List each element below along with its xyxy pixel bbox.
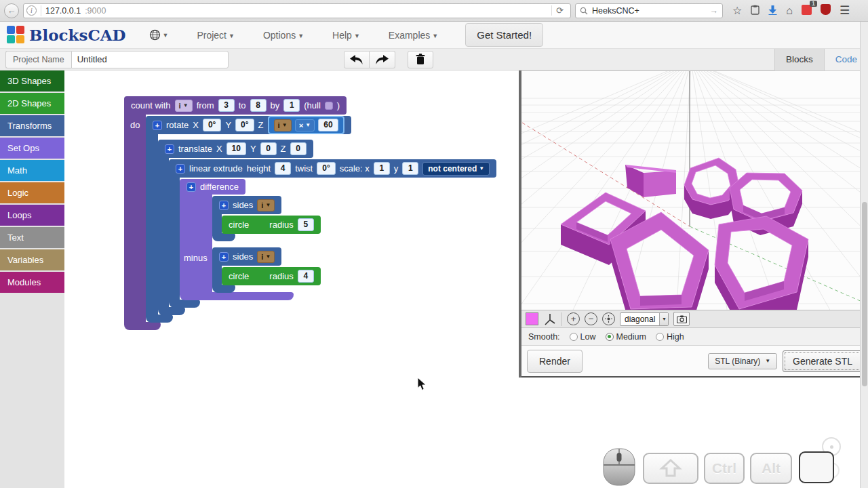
- collapse-plus-icon[interactable]: +: [176, 164, 185, 174]
- block-circle-bottom[interactable]: circle radius 4: [222, 267, 321, 285]
- menu-hamburger-icon[interactable]: ☰: [840, 5, 850, 16]
- camera-view-select[interactable]: diagonal ▼: [620, 312, 669, 326]
- chevron-down-icon: ▼: [183, 100, 189, 111]
- site-info-icon[interactable]: i: [26, 5, 37, 16]
- sidebar-item-math[interactable]: Math: [0, 160, 64, 181]
- redo-button[interactable]: [370, 51, 395, 68]
- circle-radius-field[interactable]: 4: [298, 270, 314, 283]
- zoom-reset-button[interactable]: [602, 312, 615, 325]
- sidebar-item-modules[interactable]: Modules: [0, 272, 64, 293]
- smooth-radio-high[interactable]: High: [656, 332, 684, 342]
- search-go-icon[interactable]: →: [710, 6, 719, 16]
- back-button[interactable]: ←: [4, 3, 19, 18]
- target-icon: [605, 315, 612, 323]
- get-started-button[interactable]: Get Started!: [465, 23, 543, 47]
- blockscad-logo[interactable]: BlocksCAD: [7, 26, 126, 44]
- block-linear-extrude[interactable]: + linear extrude height 4 twist 0° scale…: [169, 159, 496, 308]
- block-difference[interactable]: + difference: [180, 179, 496, 300]
- block-sides-top[interactable]: + sides i▼ circle: [212, 196, 496, 241]
- block-sides-bottom[interactable]: + sides i▼: [212, 247, 496, 293]
- count-by-field[interactable]: 1: [283, 99, 300, 112]
- reload-button[interactable]: ⟳: [551, 5, 568, 16]
- block-math-multiply[interactable]: i▼ ×▼ 60: [268, 116, 344, 134]
- render-button[interactable]: Render: [527, 350, 583, 373]
- sidebar-item-transforms[interactable]: Transforms: [0, 115, 64, 136]
- menu-options[interactable]: Options▼: [263, 30, 304, 41]
- generate-stl-button[interactable]: Generate STL: [783, 350, 863, 372]
- scrollbar-thumb[interactable]: [862, 202, 867, 386]
- sidebar-item-logic[interactable]: Logic: [0, 182, 64, 203]
- variable-i-chip[interactable]: i▼: [274, 119, 292, 131]
- block-rotate[interactable]: + rotate X 0° Y 0° Z i▼ ×▼ 60: [146, 116, 496, 323]
- url-bar[interactable]: i 127.0.0.1:9000 ⟳: [23, 3, 571, 18]
- blockly-workspace[interactable]: count with i▼ from 3 to 8 by 1 (hull ) d…: [64, 70, 519, 488]
- extrude-height-field[interactable]: 4: [275, 162, 291, 175]
- count-variable-dropdown[interactable]: i▼: [175, 100, 193, 112]
- screenshot-button[interactable]: [673, 312, 690, 326]
- sidebar-item-2d-shapes[interactable]: 2D Shapes: [0, 93, 64, 114]
- hull-checkbox[interactable]: [325, 102, 333, 110]
- collapse-plus-icon[interactable]: +: [153, 121, 162, 130]
- caret-down-icon: ▼: [354, 33, 360, 39]
- language-menu[interactable]: ▼: [149, 29, 169, 41]
- sidebar-item-loops[interactable]: Loops: [0, 205, 64, 226]
- count-from-field[interactable]: 3: [218, 99, 235, 112]
- z-label: Z: [281, 144, 286, 154]
- menu-examples[interactable]: Examples▼: [389, 30, 438, 41]
- stl-format-select[interactable]: STL (Binary) ▼: [708, 353, 777, 369]
- zoom-in-button[interactable]: +: [567, 312, 580, 325]
- smooth-radio-medium[interactable]: Medium: [606, 332, 646, 342]
- project-name-input[interactable]: [71, 51, 229, 68]
- centered-dropdown[interactable]: not centered▼: [422, 162, 490, 176]
- shield-glyph: [821, 4, 831, 15]
- ctrl-key-hint: Ctrl: [704, 453, 745, 484]
- color-swatch-button[interactable]: [526, 312, 538, 325]
- sidebar-item-set-ops[interactable]: Set Ops: [0, 138, 64, 159]
- sides-variable-chip[interactable]: i▼: [257, 251, 275, 263]
- axes-toggle-icon[interactable]: [543, 312, 557, 326]
- collapse-plus-icon[interactable]: +: [186, 182, 196, 192]
- menu-project[interactable]: Project▼: [197, 30, 235, 41]
- translate-x-field[interactable]: 10: [226, 142, 246, 155]
- collapse-plus-icon[interactable]: +: [219, 201, 229, 210]
- operator-dropdown[interactable]: ×▼: [295, 119, 315, 131]
- extrude-scale-x-field[interactable]: 1: [374, 162, 390, 175]
- page-scrollbar[interactable]: [860, 22, 868, 488]
- trash-button[interactable]: [408, 51, 433, 68]
- sidebar-item-3d-shapes[interactable]: 3D Shapes: [0, 70, 64, 92]
- zoom-out-button[interactable]: −: [585, 312, 597, 325]
- minus-label: minus: [184, 253, 208, 263]
- sides-variable-chip[interactable]: i▼: [257, 199, 275, 211]
- rotate-y-field[interactable]: 0°: [235, 119, 254, 131]
- collapse-plus-icon[interactable]: +: [219, 252, 229, 262]
- menu-help[interactable]: Help▼: [332, 30, 360, 41]
- translate-label: translate: [178, 144, 212, 154]
- smooth-radio-low[interactable]: Low: [570, 332, 596, 342]
- sidebar-item-variables[interactable]: Variables: [0, 249, 64, 270]
- circle-radius-field[interactable]: 5: [298, 218, 314, 231]
- shield-icon[interactable]: [821, 4, 831, 17]
- translate-z-field[interactable]: 0: [290, 142, 307, 155]
- block-count-loop[interactable]: count with i▼ from 3 to 8 by 1 (hull ) d…: [124, 96, 496, 330]
- translate-y-field[interactable]: 0: [260, 142, 277, 155]
- search-input[interactable]: HeeksCNC+ →: [575, 3, 723, 18]
- extrude-twist-field[interactable]: 0°: [317, 162, 335, 175]
- sidebar-item-text[interactable]: Text: [0, 227, 64, 248]
- downloads-icon[interactable]: [768, 5, 777, 16]
- undo-button[interactable]: [344, 51, 370, 68]
- multiply-value-field[interactable]: 60: [318, 119, 338, 131]
- block-circle-top[interactable]: circle radius 5: [222, 216, 321, 234]
- extension-icon[interactable]: 1: [802, 5, 812, 17]
- collapse-plus-icon[interactable]: +: [165, 144, 174, 154]
- bookmark-star-icon[interactable]: ☆: [732, 5, 742, 16]
- z-label: Z: [258, 120, 264, 130]
- camera-view-value: diagonal: [620, 314, 659, 324]
- 3d-viewport-canvas[interactable]: [521, 70, 868, 310]
- extrude-scale-y-field[interactable]: 1: [402, 162, 418, 175]
- rotate-x-field[interactable]: 0°: [203, 119, 221, 131]
- tab-blocks[interactable]: Blocks: [774, 49, 824, 70]
- count-to-field[interactable]: 8: [250, 99, 267, 112]
- block-translate[interactable]: + translate X 10 Y 0 Z 0: [158, 140, 496, 315]
- home-icon[interactable]: ⌂: [786, 5, 793, 16]
- pocket-icon[interactable]: [751, 5, 760, 17]
